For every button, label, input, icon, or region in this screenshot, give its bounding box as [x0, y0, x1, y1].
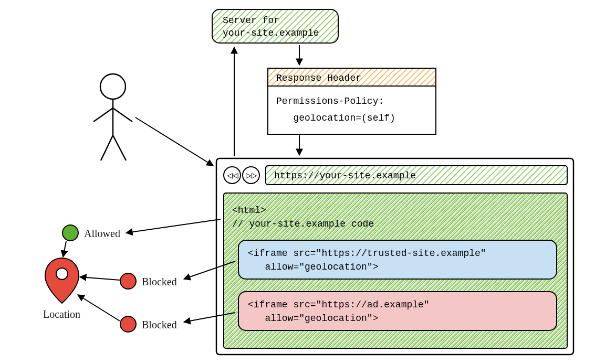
svg-line-13	[113, 108, 132, 122]
svg-text:◁◁: ◁◁	[227, 170, 238, 181]
location-label: Location	[43, 308, 80, 320]
svg-point-19	[56, 268, 68, 280]
arrow-user-to-browser	[135, 117, 213, 166]
server-line1: Server for	[223, 15, 279, 26]
page-html-tag: <html>	[232, 205, 266, 216]
iframe-ad-line1: <iframe src="https://ad.example"	[248, 299, 430, 310]
svg-line-15	[113, 135, 126, 160]
server-line2: your-site.example	[223, 28, 319, 38]
page-comment: // your-site.example code	[232, 219, 374, 229]
response-header-title: Response Header	[276, 73, 361, 83]
arrow-html-to-allowed	[126, 219, 221, 233]
response-header-line2: geolocation=(self)	[276, 113, 395, 123]
iframe-ad	[238, 292, 557, 330]
svg-point-10	[100, 74, 126, 99]
blocked-dot-1	[120, 273, 136, 289]
diagram-canvas: Server for your-site.example Response He…	[0, 0, 595, 364]
user-stick-figure	[93, 74, 132, 160]
iframe-trusted-line1: <iframe src="https://trusted-site.exampl…	[248, 248, 486, 259]
server-box: Server for your-site.example	[212, 9, 338, 43]
svg-rect-8	[268, 85, 436, 134]
svg-text:▷▷: ▷▷	[246, 170, 257, 181]
location-pin-icon	[45, 258, 79, 303]
response-header-card: Response Header Permissions-Policy: geol…	[268, 68, 436, 134]
allowed-label: Allowed	[84, 228, 120, 239]
svg-line-12	[93, 108, 113, 122]
allowed-dot	[62, 225, 78, 241]
url-text: https://your-site.example	[274, 170, 416, 181]
svg-line-14	[101, 135, 113, 160]
blocked-label-2: Blocked	[142, 319, 177, 330]
iframe-trusted	[238, 240, 557, 279]
arrow-blocked2-to-pin	[78, 295, 120, 321]
browser-window: ◁◁ ▷▷ https://your-site.example <html> /…	[216, 158, 573, 355]
blocked-dot-2	[120, 316, 136, 332]
blocked-label-1: Blocked	[142, 276, 177, 287]
response-header-line1: Permissions-Policy:	[276, 96, 384, 106]
arrow-blocked1-to-pin	[80, 277, 120, 280]
iframe-ad-line2: allow="geolocation">	[248, 313, 378, 324]
iframe-trusted-line2: allow="geolocation">	[248, 262, 378, 272]
arrow-allowed-to-pin	[63, 241, 66, 257]
